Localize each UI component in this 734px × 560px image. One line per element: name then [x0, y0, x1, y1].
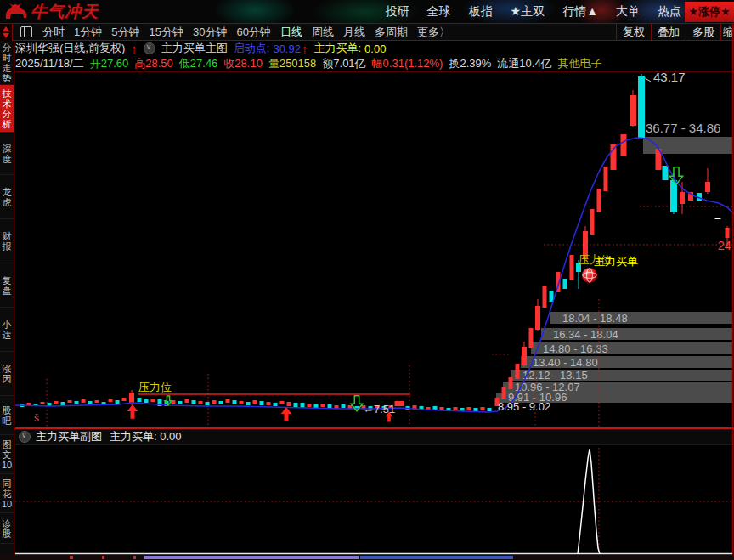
sidebar-item-6[interactable]: 小达 [0, 308, 14, 352]
subpanel-title[interactable]: 主力买单副图 [36, 429, 102, 444]
layout-icon[interactable] [20, 26, 32, 37]
sidebar-item-7[interactable]: 涨因 [0, 352, 14, 396]
quote-info-row: 2025/11/18/二 开27.60 高28.50 低27.46 收28.10… [15, 56, 734, 71]
sidebar-item-0[interactable]: 分时走势 [0, 41, 14, 85]
sidebar-item-1[interactable]: 技术分析 [0, 85, 14, 133]
sidebar-item-4[interactable]: 财报 [0, 219, 14, 263]
period-tab-10[interactable]: 更多〉 [417, 25, 450, 40]
tool-button-0[interactable]: 复权 [616, 24, 651, 41]
top-menu-item-2[interactable]: 板指 [469, 4, 493, 20]
subpanel-collapse-icon[interactable] [19, 431, 31, 443]
left-sidebar: 分时走势技术分析深度龙虎财报复盘小达涨因股吧图文10同花10诊股 [0, 41, 14, 555]
period-tab-1[interactable]: 1分钟 [74, 25, 102, 40]
svg-text:压力位: 压力位 [138, 381, 172, 393]
period-tab-8[interactable]: 月线 [343, 25, 365, 40]
main-buy-label: 主力买单: [313, 41, 361, 56]
svg-text:16.34 - 18.04: 16.34 - 18.04 [553, 328, 618, 341]
bull-logo-icon [3, 2, 29, 22]
svg-text:14.80 - 16.33: 14.80 - 16.33 [543, 342, 608, 355]
sidebar-item-label: 龙虎 [2, 187, 13, 207]
period-tab-2[interactable]: 5分钟 [111, 25, 139, 40]
tool-button-2[interactable]: 多股 [686, 24, 720, 41]
indicator-name[interactable]: 主力买单主图 [161, 41, 228, 56]
sub-panel-header: 主力买单副图 主力买单: 0.00 [15, 427, 734, 445]
sidebar-item-2[interactable]: 深度 [0, 133, 14, 175]
svg-text:18.04 - 18.48: 18.04 - 18.48 [562, 312, 628, 325]
period-tab-5[interactable]: 60分钟 [236, 25, 270, 40]
sidebar-item-label: 股吧 [2, 405, 13, 426]
period-tab-9[interactable]: 多周期 [375, 25, 408, 40]
sidebar-item-label: 图文10 [2, 439, 13, 470]
stock-name: 深圳华强(日线,前复权) [15, 41, 125, 56]
indicator-collapse-icon[interactable] [144, 42, 155, 54]
tool-button-1[interactable]: 叠加 [651, 24, 686, 41]
period-tabs: 分时1分钟5分钟15分钟30分钟60分钟日线周线月线多周期更多〉 [42, 25, 460, 40]
start-point-value: 30.92 [273, 42, 301, 55]
sidebar-item-5[interactable]: 复盘 [0, 263, 14, 308]
sidebar-item-label: 财报 [2, 231, 13, 252]
period-tab-0[interactable]: 分时 [42, 25, 65, 40]
period-tab-4[interactable]: 30分钟 [193, 25, 227, 40]
sidebar-item-8[interactable]: 股吧 [0, 396, 14, 435]
sidebar-item-label: 技术分析 [2, 88, 13, 129]
scroll-spinner[interactable] [0, 24, 13, 41]
taskbar-segment-2 [133, 556, 136, 559]
tool-button-3[interactable]: 缩 [720, 24, 734, 41]
taskbar-segment-3 [144, 556, 359, 559]
sidebar-item-9[interactable]: 图文10 [0, 435, 14, 474]
svg-text:主力买单: 主力买单 [594, 255, 638, 268]
period-tab-6[interactable]: 日线 [280, 25, 302, 40]
stock-info-row: 深圳华强(日线,前复权) ↑ 主力买单主图 启动点: 30.92 ↑ 主力买单:… [15, 41, 734, 56]
quote-close: 收28.10 [223, 56, 263, 71]
sidebar-item-label: 小达 [2, 320, 13, 340]
main-chart[interactable]: 18.04 - 18.4816.34 - 18.0414.80 - 16.331… [0, 0, 734, 560]
start-point-label: 启动点: [234, 41, 270, 56]
svg-text:12.12 - 13.15: 12.12 - 13.15 [522, 369, 588, 382]
sidebar-item-label: 同花10 [2, 478, 13, 509]
subpanel-value: 主力买单: 0.00 [110, 429, 182, 444]
up-arrow-icon: ↑ [131, 42, 138, 56]
svg-text:8.95 - 9.02: 8.95 - 9.02 [498, 400, 550, 413]
start-up-arrow-icon: ↑ [302, 42, 308, 56]
sidebar-item-label: 深度 [2, 144, 13, 164]
svg-text:10.96 - 12.07: 10.96 - 12.07 [515, 381, 580, 393]
spinner-up-icon[interactable] [3, 26, 9, 31]
app-logo: 牛气冲天 [3, 1, 99, 23]
topbar: 牛气冲天 投研全球板指★主双行情▲大单热点 ★涨停★ [0, 0, 734, 24]
top-menu: 投研全球板指★主双行情▲大单热点 [368, 0, 681, 24]
quote-change: 幅0.31(1.12%) [372, 56, 443, 71]
app-window: 牛气冲天 投研全球板指★主双行情▲大单热点 ★涨停★ 分时1分钟5分钟15分钟3… [0, 0, 734, 560]
top-menu-item-4[interactable]: 行情▲ [562, 4, 598, 20]
toolbar-right-buttons: 复权叠加多股缩 [616, 24, 734, 41]
svg-text:24: 24 [718, 239, 731, 252]
svg-text:13.40 - 14.80: 13.40 - 14.80 [533, 356, 598, 369]
top-menu-item-6[interactable]: 热点 [658, 4, 681, 20]
top-menu-item-1[interactable]: 全球 [427, 4, 451, 20]
svg-text:压力位: 压力位 [579, 253, 612, 266]
sidebar-item-10[interactable]: 同花10 [0, 474, 14, 513]
quote-low: 低27.46 [179, 56, 218, 71]
period-tab-7[interactable]: 周线 [312, 25, 334, 40]
sidebar-item-label: 分时走势 [2, 42, 13, 83]
svg-text:←7.51: ←7.51 [363, 403, 395, 416]
sidebar-item-11[interactable]: 诊股 [0, 513, 14, 544]
sidebar-item-label: 复盘 [2, 275, 13, 296]
period-tab-3[interactable]: 15分钟 [149, 25, 183, 40]
top-menu-item-5[interactable]: 大单 [616, 4, 640, 20]
sidebar-item-label: 诊股 [2, 518, 13, 539]
quote-float: 流通10.4亿 [497, 56, 551, 71]
limit-up-button[interactable]: ★涨停★ [685, 2, 734, 22]
taskbar-segment-4 [360, 556, 513, 559]
spinner-down-icon[interactable] [3, 33, 9, 38]
svg-text:9.91 - 10.96: 9.91 - 10.96 [508, 391, 567, 404]
quote-sector[interactable]: 其他电子 [558, 56, 602, 71]
sidebar-item-label: 涨因 [2, 364, 13, 384]
svg-text:43.17: 43.17 [653, 70, 686, 84]
quote-open: 开27.60 [90, 56, 129, 71]
sidebar-item-3[interactable]: 龙虎 [0, 175, 14, 219]
top-menu-item-3[interactable]: ★主双 [511, 4, 545, 20]
quote-amount: 额7.01亿 [322, 56, 365, 71]
period-toolbar: 分时1分钟5分钟15分钟30分钟60分钟日线周线月线多周期更多〉 复权叠加多股缩 [0, 24, 734, 41]
logo-text: 牛气冲天 [31, 1, 99, 23]
top-menu-item-0[interactable]: 投研 [386, 4, 409, 20]
